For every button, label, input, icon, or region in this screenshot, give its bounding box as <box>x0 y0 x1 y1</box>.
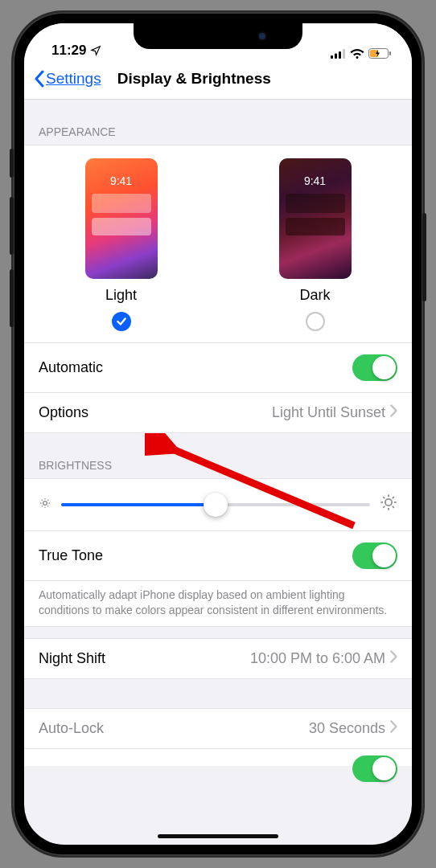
status-left: 11:29 <box>45 43 101 59</box>
side-button <box>422 213 426 301</box>
location-icon <box>90 45 101 56</box>
theme-light[interactable]: 9:41 Light <box>85 158 158 331</box>
partial-toggle[interactable] <box>352 755 397 782</box>
night-shift-value: 10:00 PM to 6:00 AM <box>250 650 385 667</box>
theme-light-radio[interactable] <box>112 312 131 331</box>
auto-lock-value: 30 Seconds <box>309 720 385 737</box>
svg-rect-1 <box>335 53 337 59</box>
chevron-right-icon <box>390 404 397 421</box>
nav-bar: Settings Display & Brightness <box>24 60 412 100</box>
chevron-right-icon <box>390 720 397 737</box>
chevron-left-icon <box>34 70 45 88</box>
true-tone-label: True Tone <box>39 547 103 564</box>
svg-rect-2 <box>339 51 341 59</box>
svg-point-16 <box>385 499 392 506</box>
svg-rect-6 <box>389 51 391 55</box>
phone-frame: 11:29 Settings Display & Brightness APPE… <box>13 12 423 856</box>
theme-dark-preview: 9:41 <box>279 158 352 279</box>
svg-line-14 <box>42 506 43 506</box>
brightness-fill <box>61 503 216 506</box>
cellular-icon <box>331 49 346 59</box>
theme-dark-radio[interactable] <box>306 312 325 331</box>
home-indicator[interactable] <box>158 834 278 838</box>
sun-min-icon <box>39 497 51 513</box>
svg-line-13 <box>47 506 48 506</box>
night-shift-value-wrap: 10:00 PM to 6:00 AM <box>250 650 397 667</box>
volume-up-button <box>10 197 14 255</box>
screen: 11:29 Settings Display & Brightness APPE… <box>24 23 412 845</box>
true-tone-toggle[interactable] <box>352 542 397 569</box>
svg-line-23 <box>383 506 385 508</box>
svg-line-22 <box>393 506 394 508</box>
wifi-icon <box>350 48 364 59</box>
mute-switch <box>10 149 14 178</box>
brightness-thumb[interactable] <box>204 493 228 517</box>
svg-line-24 <box>393 497 394 498</box>
theme-dark[interactable]: 9:41 Dark <box>279 158 352 331</box>
notch <box>134 23 302 49</box>
sun-max-icon <box>380 493 397 516</box>
svg-line-21 <box>383 497 385 498</box>
appearance-section: 9:41 Light 9:41 Dark <box>24 145 412 342</box>
options-value: Light Until Sunset <box>272 404 385 421</box>
automatic-label: Automatic <box>39 359 103 376</box>
svg-point-7 <box>43 502 47 506</box>
svg-rect-0 <box>331 55 333 59</box>
brightness-slider-row <box>24 478 412 530</box>
status-right <box>331 48 391 59</box>
night-shift-label: Night Shift <box>39 650 105 667</box>
row-options[interactable]: Options Light Until Sunset <box>24 392 412 433</box>
checkmark-icon <box>116 316 127 327</box>
theme-dark-label: Dark <box>299 287 330 304</box>
theme-light-preview: 9:41 <box>85 158 158 279</box>
svg-line-15 <box>47 500 48 501</box>
svg-rect-3 <box>343 49 345 59</box>
back-button[interactable]: Settings <box>34 70 101 88</box>
true-tone-footnote: Automatically adapt iPhone display based… <box>24 580 412 627</box>
row-partial-bottom <box>24 748 412 766</box>
auto-lock-label: Auto-Lock <box>39 720 104 737</box>
chevron-right-icon <box>390 650 397 667</box>
front-camera <box>259 33 265 39</box>
page-title: Display & Brightness <box>101 70 402 88</box>
brightness-slider[interactable] <box>61 503 370 506</box>
row-night-shift[interactable]: Night Shift 10:00 PM to 6:00 AM <box>24 638 412 679</box>
theme-light-label: Light <box>105 287 137 304</box>
appearance-header: APPEARANCE <box>24 100 412 145</box>
options-label: Options <box>39 404 88 421</box>
volume-down-button <box>10 269 14 327</box>
back-label: Settings <box>46 70 101 88</box>
options-value-wrap: Light Until Sunset <box>272 404 397 421</box>
row-auto-lock[interactable]: Auto-Lock 30 Seconds <box>24 708 412 748</box>
row-true-tone: True Tone <box>24 530 412 580</box>
status-time: 11:29 <box>51 43 86 59</box>
automatic-toggle[interactable] <box>352 354 397 381</box>
svg-line-12 <box>42 500 43 501</box>
auto-lock-value-wrap: 30 Seconds <box>309 720 397 737</box>
preview-time: 9:41 <box>279 174 352 187</box>
row-automatic: Automatic <box>24 342 412 392</box>
battery-icon <box>368 48 391 59</box>
preview-time: 9:41 <box>85 174 158 187</box>
brightness-header: BRIGHTNESS <box>24 433 412 478</box>
